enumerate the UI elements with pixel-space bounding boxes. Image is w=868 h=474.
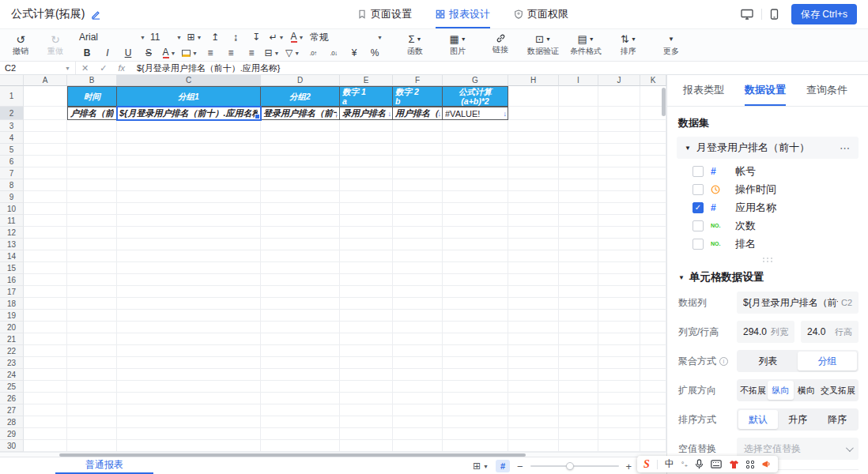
cell-C17[interactable] <box>117 286 261 298</box>
column-header-A[interactable]: A <box>24 75 67 86</box>
text-wrap-button[interactable]: ↵▼ <box>267 31 286 43</box>
cell-C26[interactable] <box>117 393 261 404</box>
cell-F19[interactable] <box>393 310 443 322</box>
cell-J6[interactable] <box>598 156 640 167</box>
cell-D17[interactable] <box>261 286 340 298</box>
row-header-23[interactable]: 23 <box>0 357 24 369</box>
panel-tab-data-settings[interactable]: 数据设置 <box>745 75 786 106</box>
cell-I2[interactable] <box>559 107 598 120</box>
segment-option-交叉拓展[interactable]: 交叉拓展 <box>819 381 857 400</box>
cell-A13[interactable] <box>24 239 67 250</box>
row-header-2[interactable]: 2 <box>0 107 24 120</box>
cell-C15[interactable] <box>117 262 261 274</box>
row-header-20[interactable]: 20 <box>0 322 24 333</box>
cell-I18[interactable] <box>559 298 598 310</box>
function-button[interactable]: Σ▼ 函数 <box>395 33 435 57</box>
cell-I30[interactable] <box>559 440 598 452</box>
cell-settings-section[interactable]: ▼ 单元格数据设置 <box>678 270 857 284</box>
cell-K11[interactable] <box>640 215 666 227</box>
row-header-30[interactable]: 30 <box>0 440 24 452</box>
promo-horn-icon[interactable] <box>761 460 772 468</box>
cell-K21[interactable] <box>640 333 666 345</box>
cell-B5[interactable] <box>67 144 117 156</box>
cell-G20[interactable] <box>443 322 508 333</box>
row-header-3[interactable]: 3 <box>0 120 24 132</box>
row-header-19[interactable]: 19 <box>0 310 24 322</box>
cell-D18[interactable] <box>261 298 340 310</box>
cell-D8[interactable] <box>261 179 340 191</box>
cell-G21[interactable] <box>443 333 508 345</box>
cell-F10[interactable] <box>393 203 443 215</box>
cell-D6[interactable] <box>261 156 340 167</box>
cell-J3[interactable] <box>598 120 640 132</box>
cell-E19[interactable] <box>340 310 393 322</box>
cell-G14[interactable] <box>443 250 508 262</box>
cell-B29[interactable] <box>67 428 117 440</box>
row-header-24[interactable]: 24 <box>0 369 24 381</box>
cell-K3[interactable] <box>640 120 666 132</box>
cell-H19[interactable] <box>508 310 559 322</box>
cell-B20[interactable] <box>67 322 117 333</box>
conditional-format-button[interactable]: ▤▼ 条件格式 <box>566 33 606 57</box>
cell-J27[interactable] <box>598 404 640 416</box>
cell-J8[interactable] <box>598 179 640 191</box>
cell-A9[interactable] <box>24 191 67 203</box>
row-header-4[interactable]: 4 <box>0 132 24 144</box>
decrease-decimal-button[interactable]: .0↓ <box>324 47 343 59</box>
tab-page-permissions[interactable]: 页面权限 <box>514 0 568 28</box>
cell-E12[interactable] <box>340 227 393 239</box>
cell-D19[interactable] <box>261 310 340 322</box>
row-header-11[interactable]: 11 <box>0 215 24 227</box>
cell-K18[interactable] <box>640 298 666 310</box>
row-header-5[interactable]: 5 <box>0 144 24 156</box>
borders-button[interactable]: ⊞▼ <box>185 31 204 43</box>
segment-option-不拓展[interactable]: 不拓展 <box>738 381 768 400</box>
cell-D30[interactable] <box>261 440 340 452</box>
cell-F1[interactable]: 数字 2 b <box>393 86 443 107</box>
cell-G11[interactable] <box>443 215 508 227</box>
cell-E14[interactable] <box>340 250 393 262</box>
currency-button[interactable]: ¥ <box>345 47 364 59</box>
column-header-B[interactable]: B <box>67 75 117 86</box>
cell-H2[interactable] <box>508 107 559 120</box>
percent-button[interactable]: % <box>365 47 384 59</box>
cell-F27[interactable] <box>393 404 443 416</box>
cell-J14[interactable] <box>598 250 640 262</box>
cell-C13[interactable] <box>117 239 261 250</box>
vertical-scrollbar[interactable] <box>662 88 666 116</box>
cell-I3[interactable] <box>559 120 598 132</box>
fx-icon[interactable]: fx <box>112 63 130 73</box>
mobile-preview-icon[interactable] <box>770 9 779 20</box>
column-header-J[interactable]: J <box>598 75 640 86</box>
row-header-12[interactable]: 12 <box>0 227 24 239</box>
cell-A25[interactable] <box>24 381 67 393</box>
cell-I9[interactable] <box>559 191 598 203</box>
cell-J1[interactable] <box>598 86 640 107</box>
cell-K13[interactable] <box>640 239 666 250</box>
cell-J11[interactable] <box>598 215 640 227</box>
dataset-row[interactable]: ▼ 月登录用户排名（前十） ⋯ <box>677 137 859 159</box>
segment-option-默认[interactable]: 默认 <box>738 410 778 429</box>
cell-A7[interactable] <box>24 167 67 179</box>
cell-E20[interactable] <box>340 322 393 333</box>
cell-A18[interactable] <box>24 298 67 310</box>
cell-F29[interactable] <box>393 428 443 440</box>
cell-J10[interactable] <box>598 203 640 215</box>
cell-F5[interactable] <box>393 144 443 156</box>
cell-C25[interactable] <box>117 381 261 393</box>
cell-C10[interactable] <box>117 203 261 215</box>
cell-J19[interactable] <box>598 310 640 322</box>
cell-B16[interactable] <box>67 274 117 286</box>
dataset-more-button[interactable]: ⋯ <box>840 142 851 154</box>
data-column-input[interactable]: ${月登录用户排名（前十）.应用名 C2 <box>737 292 859 314</box>
cell-H11[interactable] <box>508 215 559 227</box>
cell-B23[interactable] <box>67 357 117 369</box>
column-width-input[interactable]: 294.0 列宽 <box>737 321 794 343</box>
cell-D4[interactable] <box>261 132 340 144</box>
cell-A28[interactable] <box>24 416 67 428</box>
column-header-C[interactable]: C <box>117 75 261 86</box>
cell-C30[interactable] <box>117 440 261 452</box>
cell-I11[interactable] <box>559 215 598 227</box>
row-header-21[interactable]: 21 <box>0 333 24 345</box>
cell-G1[interactable]: 公式计算 (a+b)*2 <box>443 86 508 107</box>
